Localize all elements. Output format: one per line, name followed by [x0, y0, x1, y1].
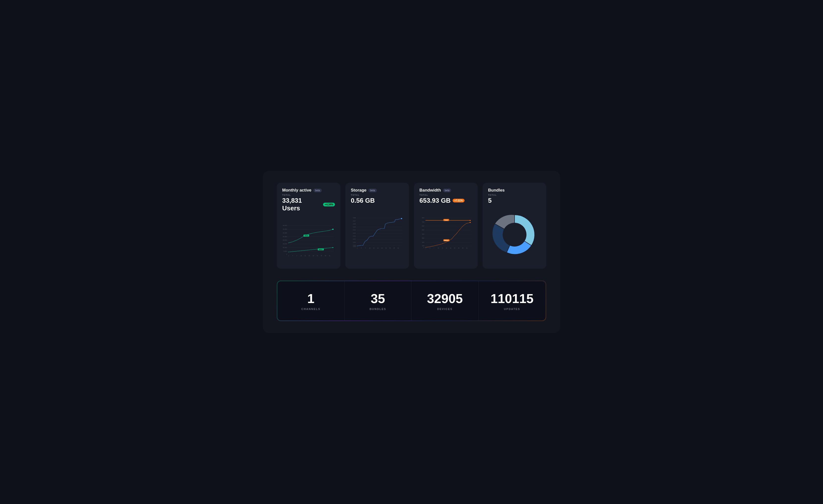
stat-label-updates: UPDATES — [504, 308, 520, 311]
svg-text:200: 200 — [422, 241, 425, 243]
svg-text:19: 19 — [313, 255, 314, 257]
stat-number-devices: 32905 — [427, 292, 463, 305]
card-label-storage: TOTAL — [351, 194, 403, 196]
svg-text:100: 100 — [422, 245, 425, 246]
svg-text:500: 500 — [422, 229, 425, 231]
dashboard: Monthly active beta TOTAL 33,831 Users +… — [263, 171, 560, 333]
svg-point-89 — [470, 222, 471, 223]
svg-text:25: 25 — [389, 247, 391, 249]
svg-text:0.53: 0.53 — [353, 232, 356, 234]
svg-text:0.48: 0.48 — [353, 246, 356, 247]
svg-text:1: 1 — [357, 247, 358, 249]
svg-text:1: 1 — [288, 255, 289, 257]
svg-text:Team: Team — [305, 235, 308, 236]
svg-text:0.52: 0.52 — [353, 235, 356, 237]
svg-text:16: 16 — [377, 247, 379, 249]
svg-text:700: 700 — [422, 221, 425, 223]
svg-text:10: 10 — [301, 255, 302, 257]
svg-text:600: 600 — [422, 225, 425, 227]
svg-text:22: 22 — [454, 247, 455, 249]
svg-text:4: 4 — [430, 247, 430, 249]
svg-text:0.57: 0.57 — [353, 220, 356, 222]
svg-text:28: 28 — [462, 247, 464, 249]
svg-text:Maker: Maker — [319, 249, 323, 250]
svg-text:16: 16 — [309, 255, 310, 257]
svg-text:10: 10 — [369, 247, 371, 249]
storage-chart: 0.58 0.57 0.56 0.55 0.54 0.53 0.52 0.51 … — [351, 207, 403, 257]
monthly-chart-svg: 40,000 35,000 30,000 25,000 20,000 15,00… — [282, 215, 335, 265]
svg-text:0.54: 0.54 — [353, 229, 356, 231]
card-value-bundles: 5 — [488, 197, 541, 204]
bandwidth-chart-svg: 800 700 600 500 400 300 200 100 0 Team — [420, 207, 472, 257]
card-title-bundles: Bundles — [488, 188, 541, 193]
svg-text:15,000: 15,000 — [283, 243, 287, 244]
svg-text:Team: Team — [445, 219, 448, 221]
monthly-chart: 40,000 35,000 30,000 25,000 20,000 15,00… — [282, 215, 335, 265]
svg-text:7: 7 — [296, 255, 297, 257]
bandwidth-card: Bandwidth beta TOTAL 653.93 GB +7.01% — [414, 183, 478, 269]
svg-point-101 — [503, 223, 526, 246]
stat-devices: 32905 DEVICES — [412, 281, 479, 320]
svg-text:0.58: 0.58 — [353, 217, 356, 218]
svg-text:10,000: 10,000 — [283, 247, 287, 248]
stat-label-devices: DEVICES — [437, 308, 453, 311]
svg-point-88 — [470, 220, 471, 221]
svg-text:25: 25 — [458, 247, 460, 249]
card-label-monthly: TOTAL — [282, 194, 335, 196]
svg-text:31: 31 — [329, 255, 330, 257]
svg-text:25: 25 — [321, 255, 322, 257]
svg-text:35,000: 35,000 — [283, 228, 287, 230]
svg-text:30,000: 30,000 — [283, 232, 287, 234]
card-value-bandwidth: 653.93 GB +7.01% — [420, 197, 472, 204]
svg-point-55 — [401, 218, 402, 219]
svg-text:0: 0 — [286, 254, 287, 255]
bandwidth-chart: 800 700 600 500 400 300 200 100 0 Team — [420, 207, 472, 257]
stats-bar-wrapper: 1 CHANNELS 35 BUNDLES 32905 DEVICES 1101… — [277, 281, 546, 321]
stat-updates: 110115 UPDATES — [479, 281, 546, 320]
svg-text:31: 31 — [397, 247, 399, 249]
svg-text:Maker: Maker — [445, 239, 449, 241]
svg-text:40,000: 40,000 — [283, 225, 287, 226]
svg-text:22: 22 — [385, 247, 387, 249]
bandwidth-beta-badge: beta — [443, 189, 451, 192]
svg-text:25,000: 25,000 — [283, 236, 287, 237]
bundles-donut — [488, 207, 541, 257]
svg-text:0.56: 0.56 — [353, 223, 356, 225]
stat-label-bundles: BUNDLES — [370, 308, 386, 311]
svg-text:31: 31 — [466, 247, 468, 249]
svg-text:5,000: 5,000 — [284, 250, 287, 252]
bundles-card: Bundles TOTAL 5 — [483, 183, 546, 269]
svg-text:7: 7 — [365, 247, 366, 249]
svg-text:19: 19 — [381, 247, 383, 249]
stats-bar: 1 CHANNELS 35 BUNDLES 32905 DEVICES 1101… — [278, 281, 545, 320]
card-label-bundles: TOTAL — [488, 194, 541, 196]
svg-text:22: 22 — [317, 255, 318, 257]
monthly-active-card: Monthly active beta TOTAL 33,831 Users +… — [277, 183, 340, 269]
svg-text:13: 13 — [305, 255, 306, 257]
card-title-monthly: Monthly active beta — [282, 188, 335, 193]
svg-text:400: 400 — [422, 233, 425, 235]
svg-text:0: 0 — [424, 247, 424, 248]
storage-chart-svg: 0.58 0.57 0.56 0.55 0.54 0.53 0.52 0.51 … — [351, 207, 403, 257]
svg-text:0.51: 0.51 — [353, 238, 356, 240]
storage-card: Storage beta TOTAL 0.56 GB — [345, 183, 409, 269]
svg-text:10: 10 — [438, 247, 439, 249]
svg-text:13: 13 — [442, 247, 443, 249]
stat-number-updates: 110115 — [491, 292, 534, 305]
svg-text:28: 28 — [393, 247, 395, 249]
stat-label-channels: CHANNELS — [301, 308, 320, 311]
stat-number-channels: 1 — [307, 292, 314, 305]
card-value-monthly: 33,831 Users +4.34% — [282, 197, 335, 212]
card-title-storage: Storage beta — [351, 188, 403, 193]
svg-point-21 — [332, 229, 333, 230]
svg-text:0.50: 0.50 — [353, 241, 356, 243]
stat-channels: 1 CHANNELS — [278, 281, 345, 320]
card-value-storage: 0.56 GB — [351, 197, 403, 204]
stat-number-bundles: 35 — [371, 292, 385, 305]
svg-text:1: 1 — [426, 247, 427, 249]
svg-point-22 — [332, 247, 333, 248]
cards-row: Monthly active beta TOTAL 33,831 Users +… — [277, 183, 546, 269]
svg-text:13: 13 — [373, 247, 374, 249]
svg-text:4: 4 — [292, 255, 293, 257]
svg-text:800: 800 — [422, 217, 425, 218]
